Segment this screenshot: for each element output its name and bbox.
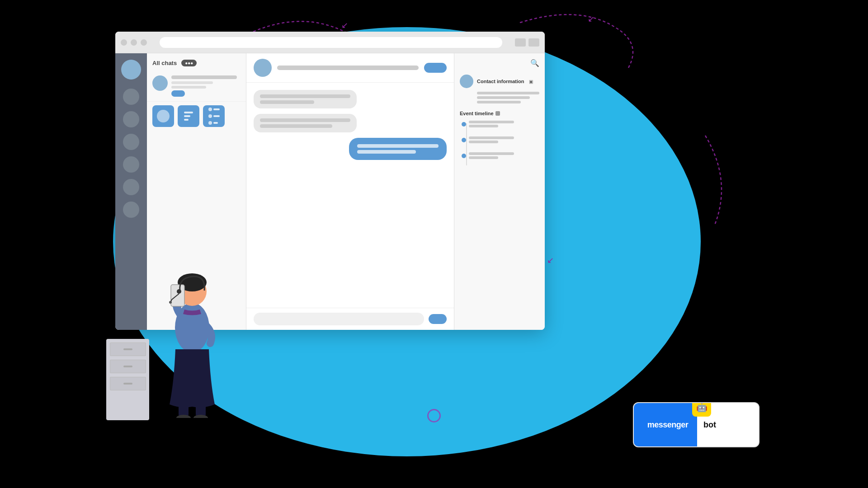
sidebar-nav-4[interactable] <box>123 156 139 173</box>
contact-line-1 <box>477 92 539 94</box>
msg-line-2b <box>260 124 332 128</box>
chat-main-name-bar <box>277 66 419 70</box>
list-dot-1 <box>208 108 212 111</box>
list-line-1 <box>213 108 220 110</box>
msg-line-1a <box>260 94 350 98</box>
cabinet-handle-3 <box>123 383 132 385</box>
chat-input[interactable] <box>254 313 424 325</box>
chats-header: All chats ●●● <box>147 53 246 71</box>
sidebar-nav-3[interactable] <box>123 134 139 150</box>
cabinet-handle-2 <box>123 366 132 367</box>
contact-section: Contact information ▣ <box>460 75 539 103</box>
timeline-bar-1b <box>469 125 498 127</box>
event-title-icon <box>495 111 500 116</box>
sidebar-dark <box>115 53 147 330</box>
event-section: Event timeline <box>460 111 539 168</box>
filter-line-3 <box>184 119 189 121</box>
chat-send-btn[interactable] <box>429 314 447 324</box>
timeline-line <box>466 123 467 165</box>
list-icon <box>206 105 222 127</box>
messenger-bot-card: messenger 🤖 bot <box>633 402 760 447</box>
messages-area <box>246 83 454 308</box>
filter-action-btn[interactable] <box>178 105 199 127</box>
chats-badge: ●●● <box>181 60 197 66</box>
sidebar-user-avatar[interactable] <box>121 60 141 80</box>
timeline-content-3 <box>469 152 514 159</box>
list-action-btn[interactable] <box>203 105 225 127</box>
titlebar-close-btn[interactable] <box>121 39 127 46</box>
chat-main-header <box>246 53 454 83</box>
chat-main-avatar <box>254 59 272 77</box>
contact-header: Contact information ▣ <box>460 75 539 88</box>
action-icons-row <box>147 102 246 131</box>
sidebar-nav-6[interactable] <box>123 202 139 218</box>
svg-point-14 <box>169 301 172 304</box>
timeline-bar-1a <box>469 121 514 123</box>
event-timeline-title: Event timeline <box>460 111 539 116</box>
svg-point-13 <box>177 289 181 294</box>
chat-avatar-1 <box>152 75 168 91</box>
sidebar-nav-1[interactable] <box>123 89 139 105</box>
contact-info-title: Contact information <box>477 79 524 84</box>
search-icon[interactable]: 🔍 <box>530 59 539 67</box>
timeline-item-1 <box>469 121 539 127</box>
timeline-content-1 <box>469 121 514 127</box>
cabinet-drawer-2 <box>110 360 146 373</box>
msg-sent-line-1 <box>357 144 439 148</box>
timeline-bar-3a <box>469 152 514 155</box>
sidebar-nav-5[interactable] <box>123 179 139 195</box>
list-dot-3 <box>208 121 212 125</box>
svg-text:↙: ↙ <box>588 14 594 23</box>
titlebar-icon-2[interactable] <box>528 38 539 47</box>
msg-line-1b <box>260 100 314 104</box>
titlebar-max-btn[interactable] <box>141 39 147 46</box>
contacts-action-btn[interactable] <box>152 105 174 127</box>
list-dot-2 <box>208 114 212 118</box>
timeline-item-3 <box>469 152 539 159</box>
cabinet-drawer-3 <box>110 377 146 390</box>
list-line-2 <box>213 115 220 117</box>
msg-sent-line-2 <box>357 150 416 154</box>
contact-line-2 <box>477 96 530 99</box>
timeline-bar-3b <box>469 156 498 159</box>
messenger-bot-label: bot <box>703 420 716 429</box>
svg-rect-10 <box>196 395 206 418</box>
chats-title: All chats <box>152 60 177 66</box>
chat-item-1[interactable] <box>147 71 246 102</box>
info-search-area: 🔍 <box>460 59 539 67</box>
chat-name-bar-1 <box>171 75 237 79</box>
titlebar-min-btn[interactable] <box>131 39 137 46</box>
titlebar-search-bar[interactable] <box>160 37 502 48</box>
svg-rect-8 <box>171 285 184 306</box>
cabinet-handle-1 <box>123 348 132 350</box>
filter-icon <box>181 109 196 123</box>
titlebar-icons <box>515 38 539 47</box>
timeline-dot-3 <box>462 154 466 158</box>
svg-rect-9 <box>179 395 189 418</box>
contacts-icon <box>157 110 170 122</box>
list-line-3 <box>213 122 218 124</box>
chat-info-1 <box>171 75 241 97</box>
contact-line-3 <box>477 101 521 103</box>
message-bubble-sent <box>349 138 447 160</box>
filter-line-1 <box>184 112 193 113</box>
filing-cabinet <box>106 339 149 420</box>
timeline-bar-2b <box>469 141 498 143</box>
cabinet-drawer-1 <box>110 343 146 356</box>
titlebar-icon-1[interactable] <box>515 38 526 47</box>
bot-text: bot <box>703 420 716 429</box>
window-titlebar <box>115 32 545 53</box>
contact-info-icon: ▣ <box>529 79 533 84</box>
info-panel: 🔍 Contact information ▣ Event timeli <box>454 53 545 330</box>
sidebar-nav-2[interactable] <box>123 111 139 127</box>
messenger-robot-icon: 🤖 <box>692 402 711 417</box>
chat-preview-bar-1 <box>171 81 213 84</box>
message-bubble-2 <box>254 114 357 132</box>
contact-lines <box>460 92 539 103</box>
msg-line-2a <box>260 118 350 122</box>
chat-footer <box>246 308 454 330</box>
woman-figure <box>145 237 240 418</box>
timeline-container <box>460 121 539 168</box>
chat-main-action-btn[interactable] <box>424 63 447 73</box>
messenger-right-section: bot <box>697 416 722 434</box>
